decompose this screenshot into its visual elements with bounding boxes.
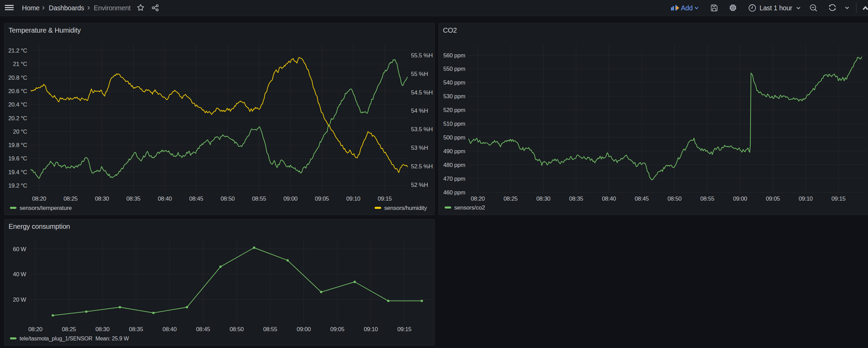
svg-text:09:05: 09:05 — [766, 195, 780, 202]
svg-text:52 %H: 52 %H — [411, 182, 428, 188]
svg-text:55.5 %H: 55.5 %H — [411, 52, 433, 59]
svg-text:08:20: 08:20 — [471, 195, 485, 202]
svg-text:08:45: 08:45 — [196, 326, 210, 333]
svg-text:500 ppm: 500 ppm — [443, 134, 465, 141]
svg-text:09:05: 09:05 — [330, 326, 344, 333]
svg-text:520 ppm: 520 ppm — [443, 107, 465, 113]
svg-text:19.6 °C: 19.6 °C — [8, 155, 27, 162]
svg-text:60 W: 60 W — [13, 246, 26, 252]
svg-text:09:00: 09:00 — [283, 195, 297, 202]
svg-text:Add: Add — [681, 4, 693, 12]
svg-text:CO2: CO2 — [443, 26, 457, 34]
svg-text:08:45: 08:45 — [635, 195, 649, 202]
svg-text:20 °C: 20 °C — [13, 128, 27, 135]
svg-text:40 W: 40 W — [13, 271, 26, 278]
svg-text:08:50: 08:50 — [667, 195, 682, 202]
svg-text:490 ppm: 490 ppm — [443, 148, 465, 155]
svg-text:08:35: 08:35 — [569, 195, 583, 202]
svg-text:20.4 °C: 20.4 °C — [8, 101, 27, 108]
svg-text:sensors/temperature: sensors/temperature — [20, 205, 72, 211]
svg-text:480 ppm: 480 ppm — [443, 162, 465, 168]
svg-text:sensors/co2: sensors/co2 — [454, 204, 485, 211]
svg-text:54 %H: 54 %H — [411, 108, 428, 114]
svg-text:08:25: 08:25 — [64, 195, 78, 202]
svg-text:09:00: 09:00 — [297, 326, 311, 333]
svg-text:Dashboards: Dashboards — [49, 4, 84, 12]
svg-text:20.2 °C: 20.2 °C — [8, 115, 27, 122]
svg-text:52.5 %H: 52.5 %H — [411, 163, 433, 170]
svg-text:09:15: 09:15 — [378, 195, 392, 202]
svg-text:Environment: Environment — [94, 4, 131, 12]
svg-text:55 %H: 55 %H — [411, 71, 428, 77]
svg-text:08:30: 08:30 — [536, 195, 550, 202]
svg-text:53 %H: 53 %H — [411, 145, 428, 151]
svg-text:08:30: 08:30 — [95, 195, 109, 202]
svg-text:19.2 °C: 19.2 °C — [8, 182, 27, 189]
svg-text:08:35: 08:35 — [126, 195, 140, 202]
svg-text:08:45: 08:45 — [189, 195, 203, 202]
svg-text:530 ppm: 530 ppm — [443, 93, 465, 100]
svg-text:510 ppm: 510 ppm — [443, 121, 465, 127]
svg-text:Energy consumption: Energy consumption — [9, 223, 70, 230]
svg-text:20.8 °C: 20.8 °C — [8, 75, 27, 81]
svg-text:540 ppm: 540 ppm — [443, 79, 465, 86]
svg-text:19.4 °C: 19.4 °C — [8, 169, 27, 176]
svg-text:08:20: 08:20 — [32, 195, 46, 202]
svg-text:09:10: 09:10 — [364, 326, 378, 333]
svg-text:54.5 %H: 54.5 %H — [411, 89, 433, 96]
svg-text:tele/tasmota_plug_1/SENSOR: tele/tasmota_plug_1/SENSOR — [20, 336, 92, 342]
svg-text:Temperature & Humidity: Temperature & Humidity — [9, 26, 81, 34]
svg-text:08:40: 08:40 — [602, 195, 616, 202]
svg-text:Last 1 hour: Last 1 hour — [760, 4, 792, 12]
svg-text:21.2 °C: 21.2 °C — [8, 47, 27, 54]
svg-text:09:10: 09:10 — [799, 195, 813, 202]
svg-text:09:05: 09:05 — [315, 195, 329, 202]
svg-text:09:15: 09:15 — [831, 195, 845, 202]
svg-text:560 ppm: 560 ppm — [443, 52, 465, 59]
svg-text:08:25: 08:25 — [503, 195, 517, 202]
svg-text:09:10: 09:10 — [346, 195, 360, 202]
svg-text:19.8 °C: 19.8 °C — [8, 142, 27, 148]
svg-text:21 °C: 21 °C — [13, 61, 27, 67]
svg-text:09:00: 09:00 — [733, 195, 747, 202]
svg-text:53.5 %H: 53.5 %H — [411, 126, 433, 133]
svg-text:09:15: 09:15 — [397, 326, 411, 333]
svg-text:460 ppm: 460 ppm — [443, 189, 465, 196]
svg-text:08:55: 08:55 — [252, 195, 266, 202]
svg-text:08:40: 08:40 — [162, 326, 176, 333]
svg-text:20 W: 20 W — [13, 296, 26, 303]
svg-text:Mean: 25.9 W: Mean: 25.9 W — [95, 336, 129, 341]
svg-text:08:50: 08:50 — [230, 326, 244, 333]
svg-text:08:35: 08:35 — [129, 326, 143, 333]
svg-text:sensors/humidity: sensors/humidity — [384, 205, 427, 211]
svg-text:470 ppm: 470 ppm — [443, 176, 465, 182]
svg-text:08:40: 08:40 — [158, 195, 172, 202]
svg-text:08:30: 08:30 — [95, 326, 110, 333]
svg-text:08:20: 08:20 — [28, 326, 42, 333]
svg-text:550 ppm: 550 ppm — [443, 66, 465, 72]
svg-text:Home: Home — [22, 4, 39, 12]
svg-text:08:55: 08:55 — [263, 326, 277, 333]
svg-text:20.6 °C: 20.6 °C — [8, 88, 27, 94]
svg-text:08:50: 08:50 — [220, 195, 235, 202]
svg-text:08:25: 08:25 — [62, 326, 76, 333]
svg-text:08:55: 08:55 — [700, 195, 714, 202]
